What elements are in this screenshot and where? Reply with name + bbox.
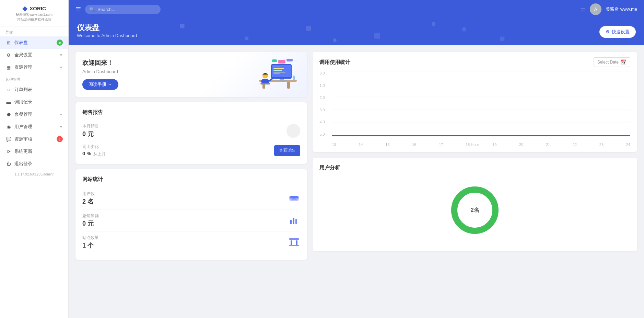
- content-body: 欢迎回来！ Admin Dashboard 阅读手册 →: [69, 45, 644, 318]
- search-input[interactable]: [85, 5, 161, 14]
- svg-rect-31: [290, 220, 292, 224]
- svg-rect-32: [293, 218, 294, 224]
- main-area: ☰ 🔍 ⚌ A 美酱奇 www.me 仪表盘: [69, 0, 644, 318]
- donut-center-label: 2名: [471, 207, 479, 214]
- arrow-icon-resource: ▼: [59, 66, 63, 69]
- svg-rect-27: [272, 59, 277, 62]
- y-label-4: 1.0: [319, 83, 330, 88]
- stat-sales-label: 总销售额: [82, 213, 99, 219]
- x-label-13: 13: [332, 143, 336, 147]
- sales-circle-indicator: [286, 124, 300, 138]
- y-label-0: 5.0: [319, 132, 330, 136]
- dashboard-icon: ⊞: [5, 39, 12, 46]
- username-label: 美酱奇 www.me: [606, 6, 637, 12]
- content: 仪表盘 Welcome to Admin Dashboard ⚙ 快速设置 欢迎…: [69, 19, 644, 318]
- quick-settings-button[interactable]: ⚙ 快速设置: [599, 26, 636, 38]
- select-date-input[interactable]: Select Date 📅: [594, 57, 630, 67]
- search-icon: 🔍: [89, 7, 95, 12]
- sidebar-global-settings-label: 全局设置: [14, 52, 57, 58]
- stat-row-sites: 站点数量 1 个: [82, 231, 300, 253]
- sidebar-calllog-label: 调用记录: [14, 99, 63, 105]
- x-label-15: 15: [385, 143, 389, 147]
- search-wrapper: 🔍: [85, 5, 161, 14]
- menu-toggle-icon[interactable]: ☰: [75, 5, 81, 13]
- change-label: 同比变化: [82, 144, 106, 150]
- svg-rect-17: [273, 70, 282, 71]
- packages-icon: ⬟: [5, 111, 12, 117]
- website-stats-title: 网站统计: [82, 176, 300, 183]
- sidebar-updates-label: 系统更新: [14, 148, 63, 155]
- svg-point-6: [333, 38, 336, 42]
- calllog-icon: ▬: [5, 99, 12, 105]
- sidebar-audit-label: 资源审核: [14, 136, 54, 142]
- svg-rect-34: [289, 238, 299, 240]
- audit-badge: 1: [57, 136, 63, 142]
- select-date-label: Select Date: [597, 60, 619, 65]
- stat-users-value: 2 名: [82, 197, 95, 206]
- stat-sites-value: 1 个: [82, 241, 99, 250]
- x-label-18: 18: [466, 143, 470, 147]
- chart-plot-area: [332, 71, 630, 136]
- stat-users-label: 用户数: [82, 191, 95, 197]
- other-section-label: 其他管理: [0, 73, 68, 83]
- x-label-22: 22: [573, 143, 577, 147]
- sidebar-usermgmt-label: 用户管理: [14, 124, 57, 130]
- filter-icon[interactable]: ⚌: [580, 5, 586, 13]
- sidebar-watermark: 1.1.17.92.60:1235/admin/: [0, 170, 68, 178]
- page-subtitle: Welcome to Admin Dashboard: [77, 33, 636, 38]
- sidebar-item-global-settings[interactable]: ⚙ 全局设置 ▼: [0, 49, 68, 61]
- svg-rect-16: [273, 68, 284, 69]
- sidebar-logout-label: 退出登录: [14, 161, 63, 167]
- right-column: 调用使用统计 Select Date 📅 5.0 4.0 3.0 2.0 1.0: [313, 52, 637, 311]
- sidebar-item-audit[interactable]: 💬 资源审核 1: [0, 133, 68, 145]
- sales-report-bottom: 同比变化 0 % 从上月 查看详细: [82, 144, 300, 157]
- sidebar-item-updates[interactable]: ⟳ 系统更新: [0, 145, 68, 158]
- change-from-label: 从上月: [93, 151, 106, 157]
- svg-rect-23: [260, 83, 270, 84]
- x-label-14: 14: [359, 143, 363, 147]
- sidebar-item-resource-mgmt[interactable]: ▦ 资源管理 ▼: [0, 61, 68, 73]
- logo-title: XORIC: [30, 5, 46, 11]
- page-header: 仪表盘 Welcome to Admin Dashboard ⚙ 快速设置: [69, 19, 644, 45]
- sidebar-dashboard-label: 仪表盘: [14, 39, 54, 46]
- x-label-17: 17: [439, 143, 443, 147]
- topbar-right: ⚌ A 美酱奇 www.me: [580, 3, 637, 15]
- donut-chart: 2名: [447, 183, 502, 238]
- logo-subtitle: 精品源码破解软件论坛: [5, 17, 63, 22]
- sidebar-item-dashboard[interactable]: ⊞ 仪表盘 ★: [0, 36, 68, 49]
- orders-icon: ○: [5, 87, 12, 93]
- chart-x-labels: 13 14 15 16 17 18 19 20 21 22 23 24: [332, 143, 630, 147]
- read-manual-label: 阅读手册 →: [89, 82, 112, 87]
- svg-rect-10: [287, 82, 290, 89]
- sidebar-orders-label: 订单列表: [14, 87, 63, 93]
- y-label-5: 0.0: [319, 71, 330, 75]
- stat-sales-value: 0 元: [82, 219, 99, 228]
- y-label-1: 4.0: [319, 120, 330, 124]
- sidebar-item-logout[interactable]: ⏻ 退出登录: [0, 158, 68, 170]
- chart-y-labels: 5.0 4.0 3.0 2.0 1.0 0.0: [319, 71, 330, 136]
- calendar-icon: 📅: [621, 59, 627, 65]
- x-label-24: 24: [626, 143, 630, 147]
- arrow-icon-packages: ▼: [59, 113, 63, 116]
- x-label-20: 20: [519, 143, 523, 147]
- gear-icon: ⚙: [606, 29, 610, 34]
- sales-report-card: 销售报告 本月销售 0 元 同比变化 0 % 从上月: [75, 102, 307, 164]
- page-title: 仪表盘: [77, 23, 636, 33]
- sales-stat-icon: [288, 213, 300, 228]
- detail-button[interactable]: 查看详细: [274, 145, 300, 156]
- updates-icon: ⟳: [5, 148, 12, 155]
- sidebar-item-call-log[interactable]: ▬ 调用记录: [0, 96, 68, 108]
- audit-icon: 💬: [5, 136, 12, 142]
- sidebar-item-orders[interactable]: ○ 订单列表: [0, 83, 68, 96]
- left-column: 欢迎回来！ Admin Dashboard 阅读手册 →: [75, 52, 307, 311]
- read-manual-button[interactable]: 阅读手册 →: [82, 79, 118, 90]
- sidebar-item-user-mgmt[interactable]: ◉ 用户管理 ▼: [0, 121, 68, 133]
- welcome-illustration: [252, 57, 300, 92]
- user-analysis-card: 用户分析 2名: [313, 158, 637, 251]
- chart-axis-title: Hour: [471, 143, 479, 147]
- sidebar-item-packages[interactable]: ⬟ 套餐管理 ▼: [0, 108, 68, 121]
- logo-icon: ◆: [22, 4, 27, 12]
- arrow-icon-usermgmt: ▼: [59, 125, 63, 129]
- nav-section-label: 导航: [0, 26, 68, 36]
- svg-rect-26: [286, 59, 293, 61]
